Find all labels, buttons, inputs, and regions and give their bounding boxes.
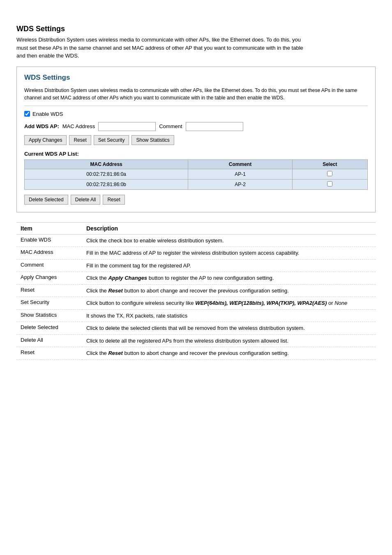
wds-box-title: WDS Settings — [24, 74, 368, 82]
table-row: 00:02:72:81:86:0aAP-1 — [25, 169, 368, 179]
ap-select-checkbox[interactable] — [327, 171, 332, 176]
add-ap-label: Add WDS AP: — [24, 123, 59, 129]
desc-item-cell: Delete All — [16, 334, 82, 347]
desc-table-row: Apply ChangesClick the Apply Changes but… — [16, 272, 376, 285]
reset-button-1[interactable]: Reset — [69, 135, 91, 145]
desc-description-cell: Click the Reset button to abort change a… — [82, 284, 376, 297]
comment-input[interactable] — [186, 122, 243, 131]
ap-select-cell — [292, 169, 367, 179]
ap-mac-cell: 00:02:72:81:86:0a — [25, 169, 188, 179]
wds-box-desc: Wireless Distribution System uses wirele… — [24, 87, 368, 101]
current-ap-list-label: Current WDS AP List: — [24, 151, 368, 157]
desc-item-cell: Enable WDS — [16, 234, 82, 247]
action-buttons-row: Apply Changes Reset Set Security Show St… — [24, 135, 368, 145]
delete-selected-button[interactable]: Delete Selected — [24, 195, 68, 205]
set-security-button[interactable]: Set Security — [94, 135, 129, 145]
mac-address-input[interactable] — [98, 122, 156, 131]
description-table: Item Description Enable WDSClick the che… — [16, 222, 376, 360]
desc-table-row: ResetClick the Reset button to abort cha… — [16, 284, 376, 297]
ap-comment-cell: AP-2 — [188, 179, 292, 189]
desc-item-cell: Comment — [16, 259, 82, 272]
desc-description-cell: Click the Reset button to abort change a… — [82, 347, 376, 360]
desc-description-cell: It shows the TX, RX packets, rate statis… — [82, 309, 376, 322]
ap-select-cell — [292, 179, 367, 189]
ap-table-header-comment: Comment — [188, 159, 292, 169]
desc-description-cell: Click the check box to enable wireless d… — [82, 234, 376, 247]
desc-table-row: CommentFill in the comment tag for the r… — [16, 259, 376, 272]
page-intro-desc: Wireless Distribution System uses wirele… — [16, 36, 304, 60]
ap-mac-cell: 00:02:72:81:86:0b — [25, 179, 188, 189]
add-ap-row: Add WDS AP: MAC Address Comment — [24, 122, 368, 131]
desc-description-cell: Click the Apply Changes button to regist… — [82, 272, 376, 285]
desc-table-row: MAC AddressFill in the MAC address of AP… — [16, 247, 376, 260]
desc-item-cell: Delete Selected — [16, 322, 82, 335]
mac-field-label: MAC Address — [62, 123, 95, 129]
page-intro-title: WDS Settings — [16, 25, 376, 33]
desc-item-cell: Reset — [16, 347, 82, 360]
table-row: 00:02:72:81:86:0bAP-2 — [25, 179, 368, 189]
desc-item-cell: Apply Changes — [16, 272, 82, 285]
apply-changes-button[interactable]: Apply Changes — [24, 135, 67, 145]
ap-table: MAC Address Comment Select 00:02:72:81:8… — [24, 159, 368, 190]
desc-table-row: Show StatisticsIt shows the TX, RX packe… — [16, 309, 376, 322]
enable-wds-checkbox[interactable] — [24, 111, 30, 117]
show-statistics-button[interactable]: Show Statistics — [131, 135, 174, 145]
desc-item-cell: Set Security — [16, 297, 82, 310]
ap-table-header-select: Select — [292, 159, 367, 169]
desc-col-desc: Description — [82, 222, 376, 234]
wds-settings-box: WDS Settings Wireless Distribution Syste… — [16, 67, 376, 212]
desc-description-cell: Click to delete all the registered APs f… — [82, 334, 376, 347]
reset-button-2[interactable]: Reset — [103, 195, 125, 205]
desc-table-row: Set SecurityClick button to configure wi… — [16, 297, 376, 310]
divider-1 — [24, 106, 368, 106]
desc-table-row: ResetClick the Reset button to abort cha… — [16, 347, 376, 360]
desc-table-row: Enable WDSClick the check box to enable … — [16, 234, 376, 247]
comment-field-label: Comment — [159, 123, 182, 129]
delete-all-button[interactable]: Delete All — [71, 195, 101, 205]
desc-description-cell: Fill in the MAC address of AP to registe… — [82, 247, 376, 260]
desc-description-cell: Click button to configure wireless secur… — [82, 297, 376, 310]
ap-select-checkbox[interactable] — [327, 181, 332, 187]
desc-item-cell: Show Statistics — [16, 309, 82, 322]
enable-wds-row: Enable WDS — [24, 111, 368, 117]
desc-description-cell: Fill in the comment tag for the register… — [82, 259, 376, 272]
ap-comment-cell: AP-1 — [188, 169, 292, 179]
enable-wds-label: Enable WDS — [32, 111, 63, 117]
desc-table-row: Delete AllClick to delete all the regist… — [16, 334, 376, 347]
bottom-buttons-row: Delete Selected Delete All Reset — [24, 195, 368, 205]
desc-description-cell: Click to delete the selected clients tha… — [82, 322, 376, 335]
desc-item-cell: MAC Address — [16, 247, 82, 260]
desc-item-cell: Reset — [16, 284, 82, 297]
ap-table-header-mac: MAC Address — [25, 159, 188, 169]
desc-table-row: Delete SelectedClick to delete the selec… — [16, 322, 376, 335]
desc-col-item: Item — [16, 222, 82, 234]
